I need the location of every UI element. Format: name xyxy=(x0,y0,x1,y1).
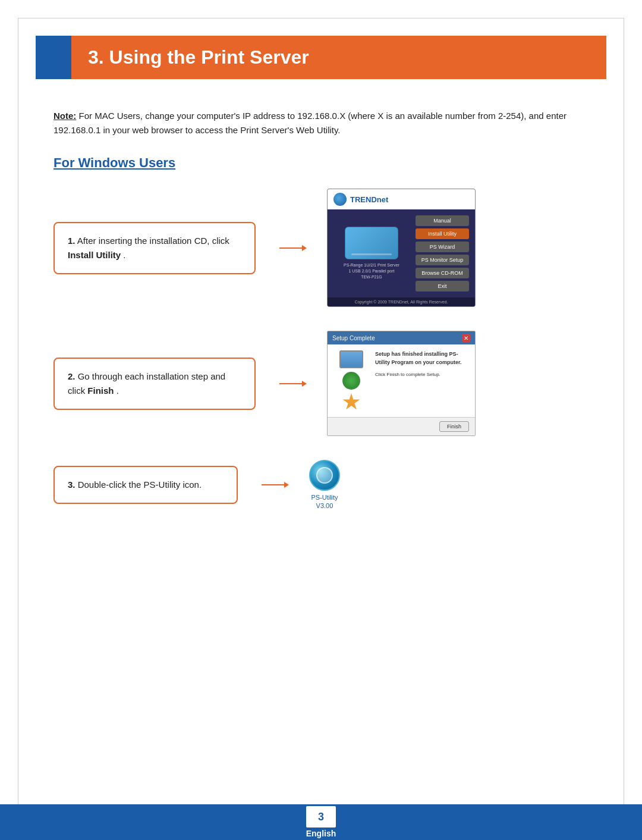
step-1-row: 1. After inserting the installation CD, … xyxy=(54,189,588,307)
step-3-connector xyxy=(262,484,285,485)
screenshot-trendnet: TRENDnet PS-Range 1U/2/1 Print Server 1 … xyxy=(327,189,476,307)
setup-monitor-icon xyxy=(339,350,363,368)
trendnet-btn-exit: Exit xyxy=(416,281,469,292)
setup-globe-icon xyxy=(342,372,360,390)
screenshot-setup-complete: Setup Complete ✕ Setup has finished inst… xyxy=(327,331,476,436)
trendnet-logo-icon xyxy=(333,193,347,206)
trendnet-device-area: PS-Range 1U/2/1 Print Server 1 USB 2.0/1… xyxy=(333,215,410,292)
trendnet-btn-pswizard: PS Wizard xyxy=(416,242,469,252)
setup-titlebar: Setup Complete ✕ xyxy=(328,331,475,344)
note-text: For MAC Users, change your computer's IP… xyxy=(54,111,567,135)
setup-body-text: Click Finish to complete Setup. xyxy=(375,371,469,378)
footer-content: 3 English xyxy=(306,806,336,838)
header-banner: 3. Using the Print Server xyxy=(36,36,606,79)
step-1-bold: Install Utility xyxy=(68,250,121,260)
setup-finish-area: Finish xyxy=(328,417,475,435)
setup-close-btn: ✕ xyxy=(462,334,470,342)
trendnet-footer-text: Copyright © 2009 TRENDnet, All Rights Re… xyxy=(328,297,475,306)
setup-finish-button[interactable]: Finish xyxy=(439,421,469,432)
ps-utility-label-line1: PS-Utility xyxy=(311,493,338,502)
setup-star-icon xyxy=(342,393,360,411)
setup-body-title: Setup has finished installing PS-Utility… xyxy=(375,350,469,366)
step-3-text: Double-click the PS-Utility icon. xyxy=(78,479,202,490)
header-blue-accent xyxy=(36,36,71,79)
ps-utility-icon xyxy=(309,460,340,491)
ps-utility-icon-area: PS-Utility V3.00 xyxy=(309,460,340,510)
step-2-connector xyxy=(279,383,303,384)
step-2-box: 2. Go through each installation step and… xyxy=(54,358,256,410)
trendnet-body: PS-Range 1U/2/1 Print Server 1 USB 2.0/1… xyxy=(328,209,475,297)
trendnet-btn-browse: Browse CD-ROM xyxy=(416,268,469,278)
step-3-number: 3. xyxy=(68,479,75,490)
step-1-after: . xyxy=(123,250,125,260)
footer-language: English xyxy=(306,829,336,838)
step-2-after: . xyxy=(117,385,119,396)
trendnet-header: TRENDnet xyxy=(328,189,475,209)
setup-icon-area xyxy=(333,350,369,411)
main-content: Note: For MAC Users, change your compute… xyxy=(0,79,642,552)
step-1-connector xyxy=(279,247,303,249)
trendnet-logo-text: TRENDnet xyxy=(350,195,388,204)
section-heading: For Windows Users xyxy=(54,155,588,171)
setup-title-text: Setup Complete xyxy=(332,335,375,341)
setup-text-area: Setup has finished installing PS-Utility… xyxy=(375,350,469,411)
step-2-number: 2. xyxy=(68,371,75,381)
trendnet-btn-psmonitor: PS Monitor Setup xyxy=(416,255,469,265)
note-block: Note: For MAC Users, change your compute… xyxy=(54,109,588,137)
step-2-row: 2. Go through each installation step and… xyxy=(54,331,588,436)
step-1-number: 1. xyxy=(68,236,75,246)
step-1-box: 1. After inserting the installation CD, … xyxy=(54,222,256,274)
setup-body: Setup has finished installing PS-Utility… xyxy=(328,344,475,417)
note-label: Note: xyxy=(54,111,76,121)
trendnet-btn-install: Install Utility xyxy=(416,228,469,239)
trendnet-device-text: PS-Range 1U/2/1 Print Server 1 USB 2.0/1… xyxy=(344,262,399,280)
trendnet-btn-manual: Manual xyxy=(416,215,469,226)
trendnet-button-list: Manual Install Utility PS Wizard PS Moni… xyxy=(416,215,469,292)
page-footer: 3 English xyxy=(0,804,642,840)
step-1-text: After inserting the installation CD, cli… xyxy=(77,236,229,246)
ps-utility-icon-inner xyxy=(316,467,333,484)
page-title: 3. Using the Print Server xyxy=(88,46,309,68)
header-orange-bg: 3. Using the Print Server xyxy=(71,36,606,79)
ps-utility-label-line2: V3.00 xyxy=(311,502,338,510)
step-2-bold: Finish xyxy=(87,385,114,396)
trendnet-device-image xyxy=(345,227,398,259)
ps-utility-label: PS-Utility V3.00 xyxy=(311,493,338,510)
step-3-row: 3. Double-click the PS-Utility icon. PS-… xyxy=(54,460,588,510)
footer-page-number: 3 xyxy=(306,806,336,828)
step-3-box: 3. Double-click the PS-Utility icon. xyxy=(54,466,238,504)
